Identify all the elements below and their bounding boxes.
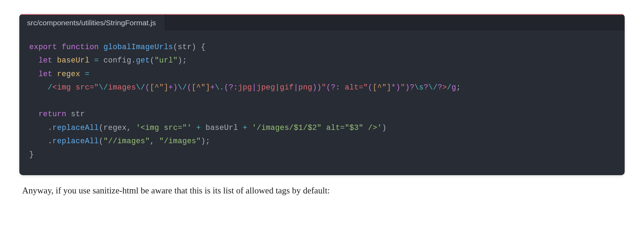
code-line-1: export function globalImageUrls(str) { <box>29 43 206 51</box>
code-content[interactable]: export function globalImageUrls(str) { l… <box>19 31 625 175</box>
file-tab-label: src/components/utilities/StringFormat.js <box>27 19 156 27</box>
code-line-8: .replaceAll("//images", "/images"); <box>29 137 210 145</box>
code-line-7: .replaceAll(regex, '<img src="' + baseUr… <box>29 124 387 132</box>
article-body-text: Anyway, if you use sanitize-html be awar… <box>19 186 625 196</box>
code-line-6: return str <box>29 110 85 118</box>
tab-bar: src/components/utilities/StringFormat.js <box>19 14 625 31</box>
code-line-3: let regex = <box>29 70 90 78</box>
code-line-9: } <box>29 150 34 159</box>
file-tab[interactable]: src/components/utilities/StringFormat.js <box>19 14 165 31</box>
code-line-2: let baseUrl = config.get("url"); <box>29 56 187 65</box>
code-line-4: /<img src="\/images\/([^"]+)\/([^"]+\.(?… <box>29 83 461 92</box>
code-editor-window: src/components/utilities/StringFormat.js… <box>19 14 625 175</box>
